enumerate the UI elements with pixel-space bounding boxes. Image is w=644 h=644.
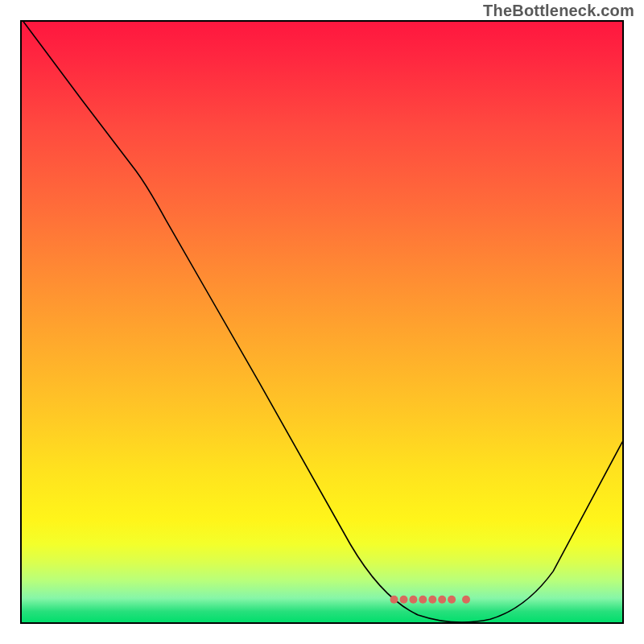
optimal-dot — [419, 596, 427, 604]
optimal-dot — [428, 596, 436, 604]
optimal-dot — [448, 596, 456, 604]
bottleneck-curve — [22, 22, 622, 622]
plot-area — [20, 20, 624, 624]
optimal-dot — [409, 596, 417, 604]
chart-container: TheBottleneck.com — [0, 0, 644, 644]
optimal-dot — [438, 596, 446, 604]
curve-path — [23, 22, 622, 622]
optimal-range-dots — [390, 596, 471, 604]
optimal-dot — [390, 596, 398, 604]
optimal-dot — [462, 596, 470, 604]
optimal-dot — [400, 596, 408, 604]
watermark-text: TheBottleneck.com — [483, 2, 634, 20]
